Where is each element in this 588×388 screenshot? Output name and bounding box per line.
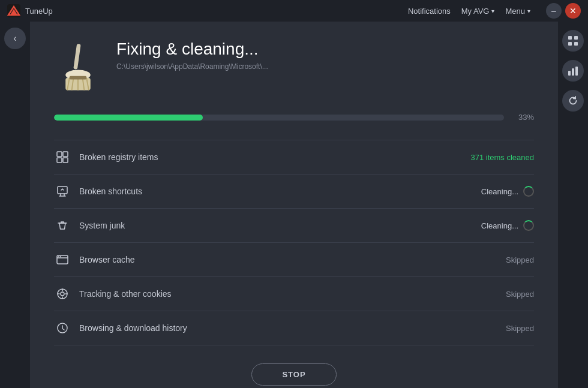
progress-section: 33%: [54, 113, 534, 122]
svg-rect-9: [575, 67, 578, 76]
current-path: C:\Users\jwilson\AppData\Roaming\Microso…: [116, 62, 534, 71]
header-text: Fixing & cleaning... C:\Users\jwilson\Ap…: [116, 40, 534, 71]
system-junk-label: System junk: [79, 221, 481, 230]
titlebar-left: TuneUp: [7, 4, 53, 17]
progress-percent: 33%: [512, 113, 534, 122]
svg-rect-6: [574, 42, 578, 46]
my-avg-link[interactable]: My AVG: [461, 7, 495, 16]
chart-view-button[interactable]: [562, 60, 584, 82]
tracking-cookies-status: Skipped: [506, 290, 534, 299]
system-junk-status-text: Cleaning...: [481, 221, 518, 230]
close-button[interactable]: ✕: [565, 3, 581, 19]
svg-rect-3: [568, 36, 572, 40]
refresh-button[interactable]: [562, 90, 584, 112]
tracking-cookies-label: Tracking & other cookies: [79, 289, 506, 299]
broken-registry-icon: [54, 149, 71, 166]
header-section: Fixing & cleaning... C:\Users\jwilson\Ap…: [54, 40, 534, 96]
svg-rect-8: [572, 68, 574, 76]
chart-icon: [568, 65, 578, 76]
svg-rect-23: [58, 187, 67, 194]
system-junk-spinner: [523, 220, 534, 231]
svg-rect-4: [574, 36, 578, 40]
svg-rect-7: [568, 71, 571, 76]
broken-shortcuts-status: Cleaning...: [481, 186, 534, 197]
item-row-system-junk: System junkCleaning...: [54, 209, 534, 243]
svg-rect-21: [57, 158, 62, 163]
broken-shortcuts-label: Broken shortcuts: [79, 187, 481, 196]
svg-rect-18: [70, 76, 86, 79]
tracking-cookies-icon: [54, 285, 71, 302]
system-junk-icon: [54, 217, 71, 234]
broken-registry-status: 371 items cleaned: [470, 153, 534, 162]
item-row-broken-registry: Broken registry items371 items cleaned: [54, 140, 534, 175]
svg-rect-22: [63, 158, 68, 163]
right-sidebar: [558, 22, 588, 388]
broom-icon-container: [54, 42, 102, 96]
svg-rect-19: [57, 152, 62, 157]
svg-point-26: [60, 256, 61, 257]
items-list: Broken registry items371 items cleanedBr…: [54, 140, 534, 345]
stop-section: STOP: [54, 363, 534, 386]
app-title: TuneUp: [25, 7, 53, 16]
item-row-browsing-history: Browsing & download historySkipped: [54, 311, 534, 345]
stop-button[interactable]: STOP: [251, 363, 336, 386]
progress-bar-background: [54, 115, 504, 121]
broken-shortcuts-spinner: [523, 186, 534, 197]
menu-link[interactable]: Menu: [505, 7, 530, 16]
sidebar: ‹: [0, 22, 30, 388]
item-row-broken-shortcuts: Broken shortcutsCleaning...: [54, 175, 534, 209]
browser-cache-label: Browser cache: [79, 255, 506, 264]
item-row-browser-cache: Browser cacheSkipped: [54, 243, 534, 277]
back-button[interactable]: ‹: [4, 28, 26, 49]
grid-icon: [568, 35, 578, 46]
main-content: Fixing & cleaning... C:\Users\jwilson\Ap…: [30, 22, 558, 388]
svg-rect-5: [568, 42, 572, 46]
progress-bar-fill: [54, 115, 203, 121]
fixing-title: Fixing & cleaning...: [116, 40, 534, 59]
broken-shortcuts-status-text: Cleaning...: [481, 187, 518, 196]
browsing-history-status: Skipped: [506, 324, 534, 333]
broken-registry-label: Broken registry items: [79, 152, 470, 162]
window-controls: – ✕: [546, 3, 581, 19]
svg-point-25: [58, 256, 59, 257]
browser-cache-icon: [54, 251, 71, 268]
browsing-history-icon: [54, 320, 71, 336]
broken-shortcuts-icon: [54, 183, 71, 200]
titlebar-right: Notifications My AVG Menu – ✕: [408, 3, 581, 19]
svg-point-28: [61, 292, 64, 296]
item-row-tracking-cookies: Tracking & other cookiesSkipped: [54, 277, 534, 311]
svg-rect-20: [63, 152, 68, 157]
avg-logo: [7, 4, 20, 17]
system-junk-status: Cleaning...: [481, 220, 534, 231]
browsing-history-label: Browsing & download history: [79, 323, 506, 333]
back-icon: ‹: [13, 33, 16, 44]
svg-rect-10: [73, 44, 80, 70]
browser-cache-status: Skipped: [506, 255, 534, 264]
grid-view-button[interactable]: [562, 30, 584, 52]
titlebar: TuneUp Notifications My AVG Menu – ✕: [0, 0, 588, 22]
minimize-button[interactable]: –: [546, 3, 562, 19]
notifications-link[interactable]: Notifications: [408, 7, 451, 16]
refresh-icon: [568, 95, 578, 106]
broom-icon: [57, 44, 99, 95]
